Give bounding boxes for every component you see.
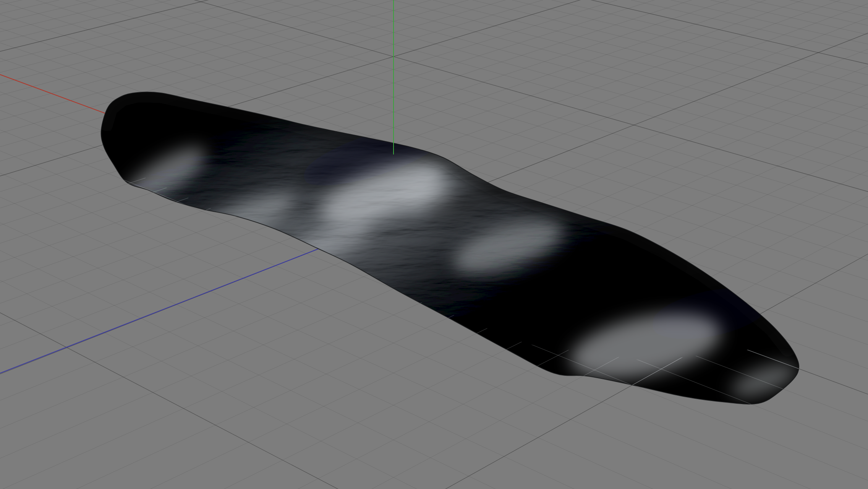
3d-viewport[interactable] (0, 0, 868, 489)
scene-canvas (0, 0, 868, 489)
